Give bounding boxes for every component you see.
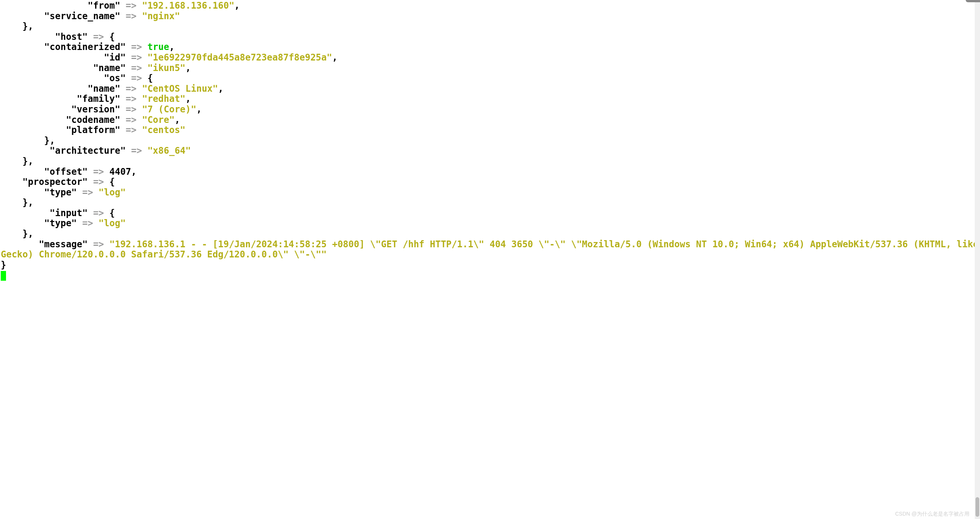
scrollbar[interactable] (975, 0, 980, 519)
watermark-text: CSDN @为什么老是名字被占用 (895, 511, 969, 517)
key-architecture: "architecture" (49, 146, 126, 156)
key-prospector: "prospector" (22, 177, 88, 187)
value-codename: "Core" (142, 114, 175, 125)
value-platform: "centos" (142, 125, 186, 135)
scrollbar-top-indicator (966, 0, 980, 2)
key-platform: "platform" (66, 125, 120, 135)
key-input: "input" (49, 208, 88, 218)
value-input-type: "log" (99, 218, 126, 229)
key-codename: "codename" (66, 114, 120, 125)
key-service-name: "service_name" (45, 11, 120, 21)
key-from: "from" (88, 0, 120, 11)
value-service-name: "nginx" (142, 11, 180, 21)
key-os-name: "name" (88, 83, 120, 94)
key-offset: "offset" (45, 167, 88, 177)
value-architecture: "x86_64" (147, 146, 191, 156)
key-id: "id" (104, 52, 126, 63)
key-family: "family" (77, 94, 120, 104)
terminal-output[interactable]: "from" => "192.168.136.160", "service_na… (1, 1, 979, 281)
value-containerized: true (147, 42, 169, 52)
value-message: "192.168.136.1 - - [19/Jan/2024:14:58:25… (1, 239, 980, 260)
key-host: "host" (55, 32, 88, 42)
value-version: "7 (Core)" (142, 104, 197, 114)
value-prospector-type: "log" (99, 187, 126, 198)
value-host-name: "ikun5" (147, 63, 185, 73)
key-version: "version" (72, 104, 120, 114)
key-input-type: "type" (45, 218, 77, 229)
scrollbar-thumb[interactable] (975, 497, 979, 517)
key-host-name: "name" (93, 63, 126, 73)
value-offset: 4407 (110, 167, 131, 177)
value-from: "192.168.136.160" (142, 0, 235, 11)
terminal-cursor (1, 271, 6, 281)
value-id: "1e6922970fda445a8e723ea87f8e925a" (147, 52, 332, 63)
key-message: "message" (39, 239, 88, 249)
value-os-name: "CentOS Linux" (142, 83, 218, 94)
key-prospector-type: "type" (45, 187, 77, 198)
key-os: "os" (104, 73, 126, 83)
value-family: "redhat" (142, 94, 186, 104)
key-containerized: "containerized" (45, 42, 126, 52)
